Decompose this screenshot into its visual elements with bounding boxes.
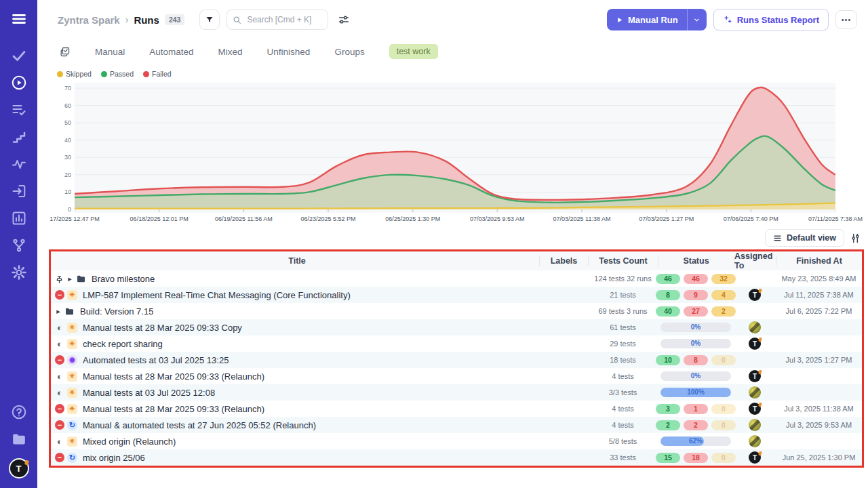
legend-label: Passed [110, 70, 134, 78]
search-input[interactable] [245, 14, 322, 25]
filter-settings-icon[interactable] [338, 14, 350, 26]
run-title[interactable]: Automated tests at 03 Jul 2025 13:25 [83, 355, 229, 365]
failed-badge: 9 [684, 290, 708, 300]
tests-count-cell: 4 tests [588, 405, 658, 413]
assignee-avatar[interactable]: T [749, 370, 761, 382]
default-view-button[interactable]: Default view [765, 229, 844, 247]
run-title[interactable]: Manual tests at 28 Mar 2025 09:33 (Relau… [83, 371, 264, 382]
x-tick-label: 06/23/2025 5:52 PM [300, 216, 355, 222]
column-header-finished-at[interactable]: Finished At [776, 256, 862, 266]
table-row[interactable]: ◐✳Manual tests at 28 Mar 2025 09:33 Copy… [51, 319, 862, 336]
run-title[interactable]: Manual & automated tests at 27 Jun 2025 … [83, 420, 316, 430]
manual-run-type-icon: ✳ [67, 290, 77, 300]
column-header-assigned-to[interactable]: Assigned To [734, 256, 776, 266]
menu-icon[interactable] [11, 11, 27, 27]
passed-badge: 10 [656, 355, 680, 365]
sign-in-icon[interactable] [11, 183, 27, 199]
more-actions-button[interactable]: ••• [835, 10, 857, 29]
run-title[interactable]: LMP-587 Implement Real-Time Chat Messagi… [83, 290, 351, 300]
column-header-status[interactable]: Status [658, 256, 734, 266]
column-header-labels[interactable]: Labels [539, 256, 588, 266]
assignee-avatar[interactable] [749, 419, 761, 431]
breadcrumb-project[interactable]: Zyntra Spark [58, 14, 120, 26]
sidebar-bottom-icons [11, 404, 27, 458]
search-box[interactable] [226, 9, 328, 30]
run-status-in-progress-icon: ◐ [55, 436, 64, 446]
progress-bar: 100% [660, 388, 731, 397]
run-title[interactable]: Build: Version 7.15 [80, 306, 153, 317]
expand-caret-icon[interactable]: ▸ [55, 308, 62, 315]
run-title[interactable]: Manual tests at 28 Mar 2025 09:33 Copy [83, 323, 242, 333]
table-row[interactable]: ◐✳Mixed origin (Relaunch)5/8 tests62% [51, 433, 862, 449]
column-header-tests-count[interactable]: Tests Count [588, 256, 658, 266]
finished-at-value: Jun 25, 2025 1:30 PM [783, 453, 856, 462]
page-title: Runs [134, 14, 159, 26]
help-icon[interactable] [11, 404, 27, 420]
expand-caret-icon[interactable]: ▸ [66, 275, 73, 283]
table-row[interactable]: −✳LMP-587 Implement Real-Time Chat Messa… [51, 287, 862, 303]
activity-icon[interactable] [11, 156, 27, 172]
table-row[interactable]: −✳Manual tests at 28 Mar 2025 09:33 (Rel… [51, 401, 862, 417]
status-cell: 220 [658, 420, 734, 430]
column-header-title[interactable]: Title [51, 256, 539, 266]
git-branch-icon[interactable] [11, 237, 27, 253]
assignee-avatar[interactable]: T [749, 451, 761, 464]
tests-count-value: 69 tests 3 runs [598, 307, 647, 315]
failed-badge: 1 [684, 404, 708, 414]
folder-icon[interactable] [11, 431, 27, 447]
run-title[interactable]: mix origin 25/06 [83, 453, 145, 463]
manual-run-button[interactable]: Manual Run [607, 9, 687, 30]
tag-test-work[interactable]: test work [389, 44, 438, 59]
assignee-avatar[interactable]: T [749, 403, 761, 415]
assignee-avatar[interactable] [749, 321, 761, 333]
run-title[interactable]: Mixed origin (Relaunch) [83, 436, 176, 447]
skipped-badge: 0 [711, 404, 736, 414]
legend-label: Failed [152, 70, 172, 78]
table-row[interactable]: ▸Bravo milestone124 tests 32 runs464632M… [51, 270, 862, 287]
runs-status-report-button[interactable]: Runs Status Report [713, 9, 829, 30]
user-avatar[interactable]: T [9, 458, 29, 479]
tab-manual[interactable]: Manual [95, 47, 125, 57]
run-title[interactable]: Manual tests at 28 Mar 2025 09:33 (Relau… [83, 404, 264, 414]
tab-unfinished[interactable]: Unfinished [267, 47, 311, 57]
status-cell: 894 [658, 290, 734, 300]
assignee-avatar[interactable] [749, 386, 761, 399]
tab-mixed[interactable]: Mixed [218, 47, 243, 57]
gear-icon[interactable] [11, 264, 27, 281]
saved-views-icon[interactable] [59, 46, 71, 58]
assignee-avatar[interactable] [749, 435, 761, 447]
legend-dot [57, 71, 63, 77]
run-title[interactable]: check report sharing [83, 339, 163, 349]
finished-at-cell: Jul 6, 2025 7:22 PM [776, 307, 862, 315]
tab-automated[interactable]: Automated [149, 47, 193, 57]
runs-chart[interactable] [75, 83, 835, 213]
filter-button[interactable] [199, 9, 220, 30]
table-row[interactable]: ◐✳Manual tests at 28 Mar 2025 09:33 (Rel… [51, 368, 862, 384]
passed-badge: 8 [656, 290, 680, 300]
finished-at-cell: Jun 25, 2025 1:30 PM [776, 453, 862, 462]
table-row[interactable]: ▸Build: Version 7.1569 tests 3 runs40272… [51, 303, 862, 319]
tests-count-value: 4 tests [612, 421, 633, 429]
table-row[interactable]: ◐✳check report sharing29 tests0%T [51, 336, 862, 352]
x-tick-label: 17/2025 12:47 PM [50, 216, 100, 222]
table-row[interactable]: −↻Manual & automated tests at 27 Jun 202… [51, 417, 862, 433]
bar-chart-icon[interactable] [11, 210, 27, 226]
run-title[interactable]: Bravo milestone [92, 274, 155, 284]
steps-icon[interactable] [11, 129, 27, 145]
tabs: ManualAutomatedMixedUnfinishedGroups [95, 47, 365, 57]
check-icon[interactable] [11, 47, 27, 64]
list-check-icon[interactable] [11, 102, 27, 118]
table-row[interactable]: ◐✳Manual tests at 03 Jul 2025 12:083/3 t… [51, 384, 862, 401]
manual-run-dropdown[interactable] [687, 9, 707, 30]
tab-groups[interactable]: Groups [334, 47, 364, 57]
table-settings-icon[interactable] [850, 232, 861, 244]
finished-at-value: May 23, 2025 8:49 AM [781, 274, 856, 283]
chart-legend: SkippedPassedFailed [57, 65, 835, 83]
progress-label: 0% [660, 339, 731, 348]
assignee-avatar[interactable]: T [749, 289, 761, 301]
play-circle-icon[interactable] [11, 75, 27, 91]
assignee-avatar[interactable]: T [749, 338, 761, 350]
table-row[interactable]: −↻mix origin 25/0633 tests15180TJun 25, … [51, 449, 862, 466]
table-row[interactable]: −◉Automated tests at 03 Jul 2025 13:2518… [51, 352, 862, 368]
run-title[interactable]: Manual tests at 03 Jul 2025 12:08 [83, 388, 215, 398]
